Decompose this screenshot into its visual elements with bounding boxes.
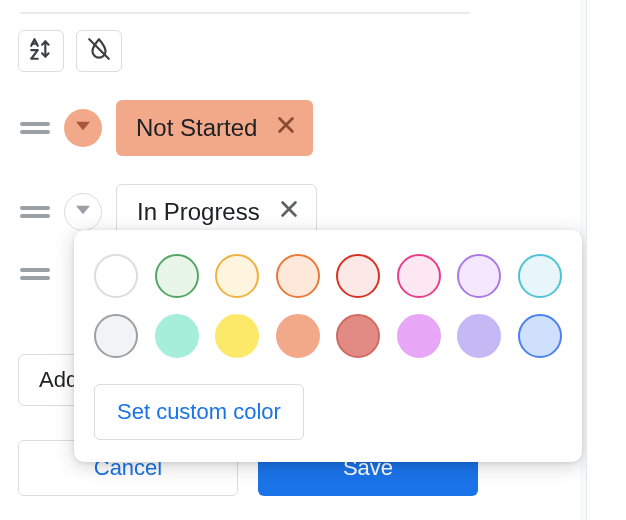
- option-label: In Progress: [137, 198, 260, 226]
- divider-line: [20, 12, 470, 14]
- close-icon: [275, 114, 297, 142]
- color-swatch[interactable]: [518, 254, 562, 298]
- drag-handle[interactable]: [20, 206, 50, 218]
- sort-az-icon: [28, 36, 54, 66]
- color-swatch[interactable]: [336, 254, 380, 298]
- color-swatch[interactable]: [276, 314, 320, 358]
- color-swatch[interactable]: [457, 314, 501, 358]
- color-swatch[interactable]: [457, 254, 501, 298]
- drag-handle[interactable]: [20, 122, 50, 134]
- option-label: Not Started: [136, 114, 257, 142]
- chevron-down-icon: [76, 203, 90, 221]
- color-swatch[interactable]: [155, 254, 199, 298]
- color-swatch[interactable]: [94, 254, 138, 298]
- color-swatch[interactable]: [397, 314, 441, 358]
- color-swatch[interactable]: [215, 314, 259, 358]
- drag-handle[interactable]: [20, 268, 50, 280]
- add-label: Add: [39, 367, 78, 393]
- color-swatch[interactable]: [276, 254, 320, 298]
- color-off-icon: [86, 36, 112, 66]
- color-swatch[interactable]: [215, 254, 259, 298]
- color-swatch[interactable]: [94, 314, 138, 358]
- option-chip[interactable]: Not Started: [116, 100, 313, 156]
- set-custom-color-button[interactable]: Set custom color: [94, 384, 304, 440]
- chevron-down-icon: [76, 119, 90, 137]
- row-color-dropdown[interactable]: [64, 109, 102, 147]
- color-picker-popover: Set custom color: [74, 230, 582, 462]
- color-off-button[interactable]: [76, 30, 122, 72]
- option-row: Not Started: [20, 100, 313, 156]
- color-swatch[interactable]: [155, 314, 199, 358]
- color-swatch[interactable]: [397, 254, 441, 298]
- color-swatch[interactable]: [518, 314, 562, 358]
- side-panel-edge: [586, 0, 626, 520]
- remove-option-button[interactable]: [275, 114, 297, 142]
- sort-az-button[interactable]: [18, 30, 64, 72]
- custom-color-label: Set custom color: [117, 399, 281, 424]
- close-icon: [278, 198, 300, 226]
- row-color-dropdown[interactable]: [64, 193, 102, 231]
- option-row: [20, 268, 50, 280]
- remove-option-button[interactable]: [278, 198, 300, 226]
- color-swatch[interactable]: [336, 314, 380, 358]
